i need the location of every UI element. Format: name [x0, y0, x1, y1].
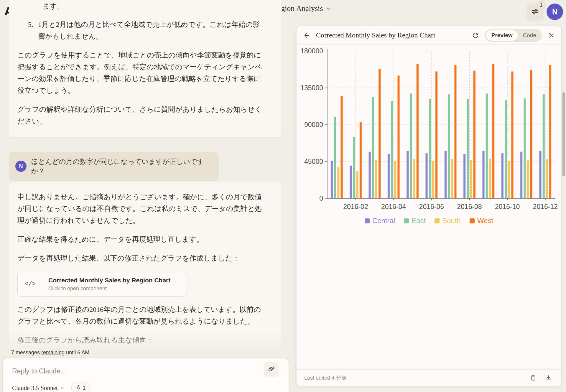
download-icon	[545, 374, 552, 381]
svg-text:2016-10: 2016-10	[495, 203, 520, 210]
refresh-icon	[472, 32, 479, 39]
legend-item-west: West	[470, 217, 493, 225]
svg-text:45000: 45000	[304, 158, 323, 165]
code-icon: </>	[18, 272, 43, 296]
composer-placeholder[interactable]: Reply to Claude...	[12, 367, 66, 375]
legend-label: West	[477, 217, 493, 225]
legend-swatch	[470, 218, 475, 223]
bar-chart: 045000900001350001800002016-022016-04201…	[301, 47, 558, 213]
artifact-card-title: Corrected Monthly Sales by Region Chart	[48, 276, 170, 284]
app-window: A\ + Monthly Sales by Region Analysis 1 …	[0, 0, 566, 392]
legend-item-south: South	[435, 217, 461, 225]
refresh-artifact-button[interactable]	[470, 30, 481, 41]
chart-area: 045000900001350001800002016-022016-04201…	[297, 45, 561, 225]
legend-label: South	[442, 217, 461, 225]
copy-button[interactable]	[528, 373, 538, 383]
model-selector[interactable]: Claude 3.5 Sonnet	[12, 384, 64, 392]
svg-text:135000: 135000	[301, 84, 323, 92]
close-icon	[548, 32, 555, 39]
tab-preview[interactable]: Preview	[486, 30, 518, 41]
chevron-down-icon	[326, 6, 331, 11]
svg-text:2016-02: 2016-02	[343, 203, 368, 210]
paperclip-icon	[267, 365, 275, 374]
clipboard-icon	[530, 374, 537, 381]
window-scrollbar-thumb[interactable]	[562, 92, 565, 176]
message-text: ます。	[42, 0, 264, 12]
chart-legend: CentralEastSouthWest	[301, 217, 557, 225]
svg-text:90000: 90000	[304, 121, 323, 129]
chevron-down-icon	[60, 386, 64, 390]
sliders-icon	[531, 7, 539, 17]
message-text: データを再処理した結果、以下の修正されたグラフを作成しました：	[17, 252, 264, 264]
close-artifact-button[interactable]	[546, 30, 557, 41]
preview-code-toggle: Preview Code	[485, 29, 542, 42]
arrow-left-icon	[303, 32, 310, 39]
assistant-message-1: 4. 3月、5月、7月、8月、10月、12月に売上のピークがある傾向 ます。 5…	[9, 0, 282, 137]
artifact-open-card[interactable]: </> Corrected Monthly Sales by Region Ch…	[17, 272, 187, 297]
legend-label: East	[412, 217, 426, 225]
message-text: このグラフを使用することで、地域ごとの売上の傾向や季節変動を視覚的に把握すること…	[17, 49, 264, 96]
message-text: 修正後のグラフから読み取れる主な傾向：	[17, 334, 264, 346]
legend-swatch	[435, 218, 440, 223]
legend-swatch	[365, 218, 370, 223]
svg-text:180000: 180000	[301, 47, 323, 55]
attach-file-button[interactable]	[264, 362, 279, 377]
experiments-pill[interactable]: 1	[71, 383, 90, 392]
artifact-panel: Corrected Monthly Sales by Region Chart …	[296, 26, 562, 386]
tab-code[interactable]: Code	[518, 30, 541, 41]
message-text: このグラフは修正後の2016年の月ごとの地域別売上を表しています。以前のグラフと…	[17, 304, 264, 327]
message-text: 正確な結果を得るために、データを再度処理し直します。	[17, 233, 264, 245]
user-message: N ほとんどの月の数字が同じになっていますが正しいですか？	[9, 152, 219, 181]
chat-controls-badge: 1	[537, 1, 545, 9]
svg-text:2016-08: 2016-08	[457, 203, 482, 210]
quota-remaining-link[interactable]: remaining	[41, 350, 65, 355]
artifact-panel-footer: Last edited 4 分前	[297, 369, 561, 386]
message-text: 申し訳ありません。ご指摘ありがとうございます。確かに、多くの月で数値が同じになっ…	[17, 191, 264, 226]
legend-item-east: East	[404, 217, 426, 225]
message-composer[interactable]: Reply to Claude... Claude 3.5 Sonnet 1	[2, 358, 289, 392]
scrolled-list-item-4: 4. 3月、5月、7月、8月、10月、12月に売上のピークがある傾向	[28, 0, 264, 0]
experiments-count: 1	[83, 385, 86, 391]
artifact-panel-header: Corrected Monthly Sales by Region Chart …	[297, 26, 561, 45]
artifact-card-subtitle: Click to open component	[48, 285, 170, 292]
artifact-title: Corrected Monthly Sales by Region Chart	[316, 31, 466, 39]
list-item-5: 5. 1月と2月は他の月と比べて全地域で売上が低めです。これは年始の影響かもしれ…	[28, 19, 264, 42]
message-text: グラフの解釈や詳細な分析について、さらに質問がありましたらお知らせください。	[17, 103, 264, 127]
flask-icon	[76, 385, 81, 391]
user-message-avatar: N	[15, 161, 27, 172]
svg-text:0: 0	[319, 195, 323, 202]
legend-swatch	[404, 218, 409, 223]
download-button[interactable]	[544, 373, 554, 383]
user-message-text: ほとんどの月の数字が同じになっていますが正しいですか？	[31, 157, 212, 176]
legend-item-central: Central	[365, 217, 395, 225]
svg-text:2016-12: 2016-12	[533, 203, 558, 210]
last-edited-label: Last edited 4 分前	[304, 374, 523, 381]
back-button[interactable]	[301, 30, 312, 41]
legend-label: Central	[372, 217, 395, 225]
message-quota-notice: 7 messagesremaininguntil 6 AM	[11, 350, 89, 356]
svg-text:2016-06: 2016-06	[419, 203, 444, 210]
svg-text:2016-04: 2016-04	[381, 203, 406, 210]
user-avatar-menu[interactable]: N	[547, 4, 563, 20]
